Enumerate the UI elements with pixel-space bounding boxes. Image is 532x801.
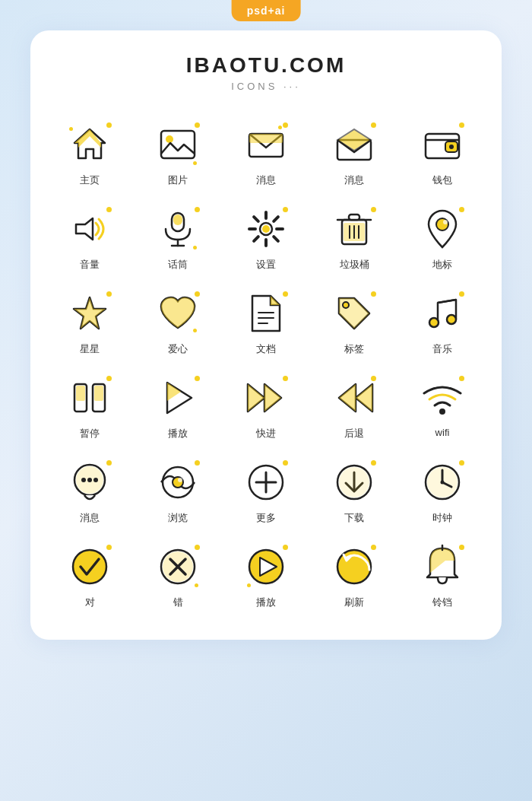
icon-check-label: 对 — [85, 596, 95, 609]
icon-image: 图片 — [134, 110, 222, 195]
icon-tag-label: 标签 — [344, 342, 364, 356]
icon-location-label: 地标 — [432, 258, 452, 272]
svg-point-18 — [262, 225, 270, 233]
svg-rect-2 — [161, 131, 195, 158]
icon-play-label: 播放 — [168, 427, 188, 440]
icon-wifi-label: wifi — [435, 427, 450, 438]
icon-chat: 消息 — [46, 448, 134, 532]
svg-point-73 — [339, 467, 369, 497]
svg-point-35 — [443, 220, 448, 224]
svg-point-44 — [447, 315, 456, 324]
icon-home-label: 主页 — [80, 173, 100, 187]
icon-message-closed: 消息 — [222, 110, 310, 195]
svg-point-59 — [439, 408, 445, 415]
icon-refresh: 刷新 — [310, 532, 398, 617]
icon-message-open-label: 消息 — [344, 173, 364, 187]
icon-clock: 时钟 — [398, 448, 486, 532]
icon-play-circle-label: 播放 — [256, 596, 276, 609]
icon-fast-forward-label: 快进 — [256, 427, 276, 440]
svg-marker-12 — [76, 218, 93, 240]
icon-volume: 音量 — [46, 195, 134, 279]
icon-browse: 浏览 — [134, 448, 222, 532]
icon-bell-label: 铃铛 — [432, 596, 452, 609]
icon-chat-label: 消息 — [80, 511, 100, 525]
svg-line-26 — [254, 237, 258, 241]
icon-check: 对 — [46, 532, 134, 617]
svg-point-41 — [343, 302, 349, 308]
svg-rect-48 — [94, 386, 103, 401]
icon-bell: 铃铛 — [398, 532, 486, 617]
icon-grid: 主页 图片 — [46, 110, 486, 617]
icon-document: 文档 — [222, 279, 310, 364]
icon-location: 地标 — [398, 195, 486, 279]
icon-cross: 错 — [134, 532, 222, 617]
icon-more-label: 更多 — [256, 511, 276, 525]
icon-message-open: 消息 — [310, 110, 398, 195]
icon-mic: 话筒 — [134, 195, 222, 279]
badge: psd+ai — [232, 0, 301, 21]
svg-point-43 — [429, 318, 439, 327]
svg-point-63 — [87, 478, 92, 482]
icon-clock-label: 时钟 — [432, 511, 452, 525]
card-title: IBAOTU.COM — [46, 53, 486, 78]
icon-wallet-label: 钱包 — [432, 173, 452, 187]
icon-trash-label: 垃圾桶 — [340, 258, 369, 272]
icon-rewind-label: 后退 — [344, 427, 364, 440]
icon-card: IBAOTU.COM ICONS ··· 主页 — [30, 30, 502, 640]
svg-rect-30 — [349, 215, 359, 220]
icon-play-circle: 播放 — [222, 532, 310, 617]
icon-browse-label: 浏览 — [168, 511, 188, 525]
svg-rect-5 — [249, 134, 283, 143]
svg-rect-47 — [76, 386, 85, 401]
icon-document-label: 文档 — [256, 342, 276, 356]
icon-play: 播放 — [134, 364, 222, 448]
icon-download: 下载 — [310, 448, 398, 532]
svg-point-78 — [441, 481, 445, 485]
svg-line-23 — [254, 217, 258, 221]
svg-line-25 — [274, 217, 278, 221]
svg-point-10 — [449, 145, 454, 149]
icon-settings-label: 设置 — [256, 258, 276, 272]
icon-trash: 垃圾桶 — [310, 195, 398, 279]
icon-more: 更多 — [222, 448, 310, 532]
icon-cross-label: 错 — [173, 596, 183, 609]
svg-line-42 — [438, 300, 456, 303]
svg-point-34 — [436, 218, 448, 230]
icon-music-label: 音乐 — [432, 342, 452, 356]
card-subtitle: ICONS ··· — [46, 81, 486, 92]
icon-mic-label: 话筒 — [168, 258, 188, 272]
icon-wifi: wifi — [398, 364, 486, 448]
icon-heart: 爱心 — [134, 279, 222, 364]
icon-pause-label: 暂停 — [80, 427, 100, 440]
icon-rewind: 后退 — [310, 364, 398, 448]
svg-marker-58 — [339, 384, 356, 412]
icon-fast-forward: 快进 — [222, 364, 310, 448]
svg-marker-57 — [356, 384, 372, 412]
icon-image-label: 图片 — [168, 173, 188, 187]
icon-message-closed-label: 消息 — [256, 173, 276, 187]
svg-marker-53 — [248, 384, 264, 412]
icon-settings: 设置 — [222, 195, 310, 279]
icon-refresh-label: 刷新 — [344, 596, 364, 609]
icon-wallet: 钱包 — [398, 110, 486, 195]
svg-point-79 — [73, 550, 106, 583]
icon-home: 主页 — [46, 110, 134, 195]
icon-volume-label: 音量 — [80, 258, 100, 272]
svg-line-24 — [274, 237, 278, 241]
svg-point-3 — [166, 135, 173, 143]
svg-point-62 — [81, 478, 86, 482]
icon-star-label: 星星 — [80, 342, 100, 356]
icon-music: 音乐 — [398, 279, 486, 364]
icon-star: 星星 — [46, 279, 134, 364]
icon-heart-label: 爱心 — [168, 342, 188, 356]
svg-marker-54 — [264, 384, 281, 412]
icon-pause: 暂停 — [46, 364, 134, 448]
svg-point-67 — [178, 478, 182, 482]
svg-rect-14 — [173, 215, 182, 225]
icon-tag: 标签 — [310, 279, 398, 364]
svg-point-64 — [93, 478, 98, 482]
icon-download-label: 下载 — [344, 511, 364, 525]
